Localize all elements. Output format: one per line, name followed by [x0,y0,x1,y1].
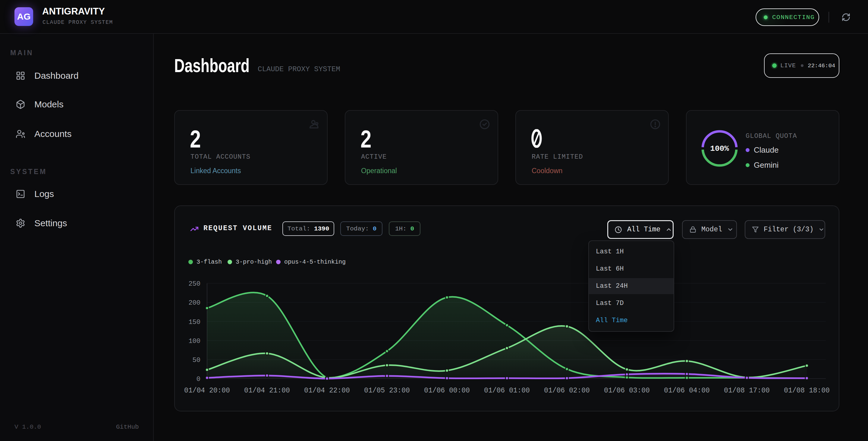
svg-text:0: 0 [196,376,200,383]
svg-text:01/08 17:00: 01/08 17:00 [724,387,770,394]
svg-text:01/06 00:00: 01/06 00:00 [424,387,470,394]
svg-text:100: 100 [188,337,200,345]
svg-text:250: 250 [188,280,200,288]
svg-text:01/06 04:00: 01/06 04:00 [664,387,710,394]
svg-text:01/06 03:00: 01/06 03:00 [604,387,650,394]
svg-text:01/04 22:00: 01/04 22:00 [304,387,350,394]
svg-text:150: 150 [188,319,200,326]
svg-text:01/06 01:00: 01/06 01:00 [484,387,530,394]
svg-text:200: 200 [188,299,200,307]
svg-text:50: 50 [193,356,200,364]
svg-text:01/06 02:00: 01/06 02:00 [544,387,590,394]
svg-text:01/04 21:00: 01/04 21:00 [244,387,290,394]
svg-text:01/04 20:00: 01/04 20:00 [184,387,230,394]
svg-text:01/08 18:00: 01/08 18:00 [784,387,830,394]
svg-text:01/05 23:00: 01/05 23:00 [364,387,410,394]
